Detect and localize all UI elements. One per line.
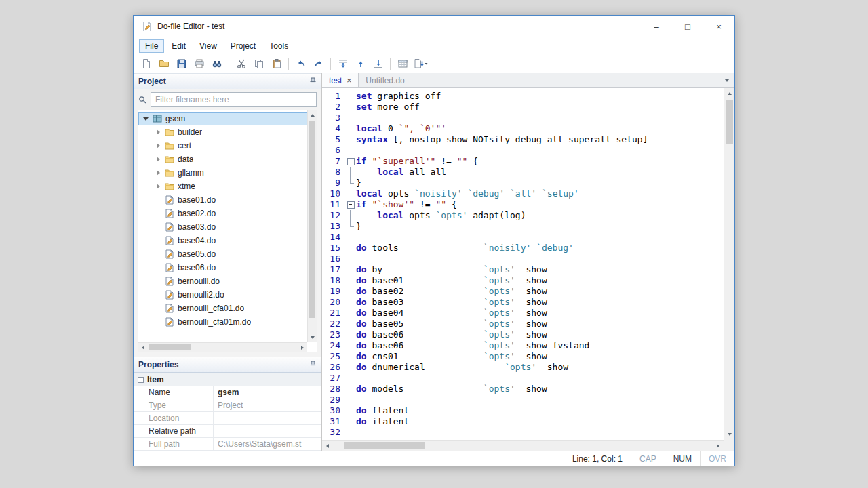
expander-icon[interactable] bbox=[155, 184, 161, 189]
minimize-button[interactable]: – bbox=[641, 16, 672, 37]
tree-item-gsem[interactable]: gsem bbox=[138, 112, 307, 125]
tree-item-bernoulli_cfa01m.do[interactable]: bernoulli_cfa01m.do bbox=[138, 315, 307, 329]
property-value[interactable]: C:\Users\Stata\gsem.st bbox=[214, 438, 321, 450]
tab-test[interactable]: test× bbox=[322, 73, 359, 87]
open-button[interactable] bbox=[155, 56, 172, 72]
print-button[interactable] bbox=[191, 56, 208, 72]
line-number: 23 bbox=[323, 329, 345, 340]
expander-icon[interactable] bbox=[155, 157, 161, 162]
code-text: set graphics off bbox=[356, 91, 724, 102]
save-button[interactable] bbox=[173, 56, 190, 72]
pin-icon[interactable] bbox=[309, 77, 317, 85]
scroll-left-icon[interactable] bbox=[138, 343, 148, 352]
scrollbar-thumb[interactable] bbox=[149, 344, 191, 350]
code-text bbox=[356, 373, 724, 384]
line-number: 16 bbox=[323, 253, 345, 264]
menu-tools[interactable]: Tools bbox=[263, 39, 294, 53]
tree-item-label: bernoulli_cfa01.do bbox=[178, 304, 244, 313]
expander-icon[interactable] bbox=[155, 170, 161, 176]
fold-gutter bbox=[345, 373, 356, 384]
tree-item-base05.do[interactable]: base05.do bbox=[138, 247, 307, 261]
scroll-down-icon[interactable] bbox=[308, 333, 317, 342]
fold-collapse-icon[interactable] bbox=[345, 199, 356, 210]
tree-item-gllamm[interactable]: gllamm bbox=[138, 166, 307, 180]
property-value[interactable] bbox=[214, 425, 321, 437]
jump-bottom-button[interactable] bbox=[370, 56, 387, 72]
tree-item-base02.do[interactable]: base02.do bbox=[138, 207, 307, 220]
tab-untitled.do[interactable]: Untitled.do bbox=[359, 73, 411, 87]
line-number: 28 bbox=[323, 384, 345, 394]
scrollbar-thumb[interactable] bbox=[726, 100, 733, 144]
menu-file[interactable]: File bbox=[139, 39, 164, 53]
close-button[interactable]: × bbox=[703, 16, 734, 37]
tree-item-cert[interactable]: cert bbox=[138, 139, 307, 152]
menu-view[interactable]: View bbox=[193, 39, 223, 53]
scroll-down-icon[interactable] bbox=[724, 429, 734, 440]
scroll-right-icon[interactable] bbox=[713, 441, 724, 451]
expander-icon[interactable] bbox=[142, 117, 149, 121]
tree-item-bernoulli.do[interactable]: bernoulli.do bbox=[138, 274, 307, 288]
code-editor[interactable]: 1set graphics off2set more off34local 0 … bbox=[322, 88, 724, 440]
scroll-up-icon[interactable] bbox=[724, 88, 734, 99]
scrollbar-thumb[interactable] bbox=[309, 121, 315, 318]
tree-item-base01.do[interactable]: base01.do bbox=[138, 193, 307, 207]
run-to-line-button[interactable] bbox=[334, 56, 351, 72]
editor-vertical-scrollbar[interactable] bbox=[724, 88, 734, 440]
property-value[interactable] bbox=[214, 412, 321, 424]
scroll-right-icon[interactable] bbox=[298, 343, 307, 352]
execute-do-icon bbox=[413, 58, 428, 69]
tree-item-builder[interactable]: builder bbox=[138, 125, 307, 139]
code-text bbox=[356, 253, 724, 264]
fold-gutter bbox=[345, 264, 356, 275]
collapse-icon[interactable] bbox=[138, 377, 144, 383]
redo-button[interactable] bbox=[310, 56, 327, 72]
tab-list-dropdown[interactable] bbox=[719, 73, 734, 87]
menu-edit[interactable]: Edit bbox=[165, 39, 192, 53]
paste-button[interactable] bbox=[268, 56, 285, 72]
new-file-button[interactable] bbox=[138, 56, 155, 72]
property-value[interactable]: Project bbox=[214, 399, 321, 411]
property-label: Type bbox=[134, 399, 214, 411]
code-text: do by `opts' show bbox=[356, 264, 724, 275]
undo-button[interactable] bbox=[292, 56, 309, 72]
maximize-button[interactable]: □ bbox=[672, 16, 703, 37]
data-editor-button[interactable] bbox=[394, 56, 411, 72]
fold-gutter bbox=[345, 102, 356, 113]
property-value[interactable]: gsem bbox=[214, 386, 321, 399]
tree-item-label: base01.do bbox=[178, 195, 216, 205]
scroll-left-icon[interactable] bbox=[322, 441, 333, 451]
find-button[interactable] bbox=[208, 56, 225, 72]
new-file-icon bbox=[141, 58, 152, 69]
execute-do-button[interactable] bbox=[412, 56, 429, 72]
scroll-up-icon[interactable] bbox=[308, 110, 317, 120]
scrollbar-thumb[interactable] bbox=[344, 442, 425, 449]
tree-item-base03.do[interactable]: base03.do bbox=[138, 220, 307, 234]
tree-item-base04.do[interactable]: base04.do bbox=[138, 234, 307, 247]
editor-horizontal-scrollbar[interactable] bbox=[322, 440, 724, 451]
expander-icon[interactable] bbox=[155, 143, 161, 148]
status-bar: Line: 1, Col: 1 CAP NUM OVR bbox=[134, 451, 734, 466]
code-text: local 0 `", `0'"' bbox=[356, 123, 724, 134]
jump-top-button[interactable] bbox=[352, 56, 369, 72]
cut-button[interactable] bbox=[233, 56, 250, 72]
tree-item-bernoulli2.do[interactable]: bernoulli2.do bbox=[138, 288, 307, 302]
fold-gutter bbox=[345, 113, 356, 123]
menu-project[interactable]: Project bbox=[224, 39, 262, 53]
tree-item-base06.do[interactable]: base06.do bbox=[138, 261, 307, 274]
filter-input[interactable] bbox=[151, 92, 317, 107]
pin-icon[interactable] bbox=[309, 361, 317, 369]
tree-item-bernoulli_cfa01.do[interactable]: bernoulli_cfa01.do bbox=[138, 302, 307, 315]
code-text: local opts `opts' adapt(log) bbox=[356, 210, 724, 221]
project-panel-header: Project bbox=[134, 73, 321, 89]
expander-icon[interactable] bbox=[155, 129, 161, 135]
tree-horizontal-scrollbar[interactable] bbox=[138, 342, 307, 352]
tree-item-data[interactable]: data bbox=[138, 152, 307, 166]
tab-close-icon[interactable]: × bbox=[347, 77, 351, 85]
properties-group-row[interactable]: Item bbox=[134, 373, 321, 386]
tree-item-xtme[interactable]: xtme bbox=[138, 180, 307, 193]
copy-button[interactable] bbox=[250, 56, 267, 72]
fold-collapse-icon[interactable] bbox=[345, 156, 356, 167]
code-line: 14 bbox=[323, 232, 724, 243]
tree-vertical-scrollbar[interactable] bbox=[307, 110, 317, 342]
cursor-position: Line: 1, Col: 1 bbox=[564, 451, 631, 466]
